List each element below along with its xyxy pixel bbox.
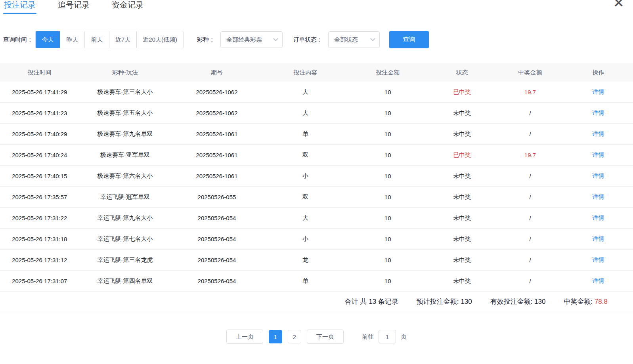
- page-number-2[interactable]: 2: [288, 330, 301, 343]
- detail-link[interactable]: 详情: [563, 151, 633, 159]
- time-option-yesterday[interactable]: 昨天: [60, 31, 85, 48]
- cell-game-type: 幸运飞艇-冠军单双: [79, 193, 171, 201]
- table-row: 2025-05-26 17:40:15极速赛车-第六名大小20250526-10…: [0, 166, 633, 187]
- summary-valid-amount: 有效投注金额: 130: [490, 297, 546, 306]
- table-row: 2025-05-26 17:35:57幸运飞艇-冠军单双20250526-055…: [0, 187, 633, 208]
- cell-prize: /: [497, 215, 564, 221]
- detail-link[interactable]: 详情: [563, 235, 633, 243]
- cell-period: 20250526-1061: [171, 131, 263, 137]
- cell-bet-time: 2025-05-26 17:35:57: [0, 194, 79, 200]
- cell-game-type: 幸运飞艇-第七名大小: [79, 235, 171, 243]
- goto-page-input[interactable]: [379, 330, 396, 343]
- header-bet-amount: 投注金额: [348, 69, 427, 76]
- cell-bet-amount: 10: [348, 236, 427, 242]
- tab-bar: 投注记录 追号记录 资金记录 ✕: [0, 0, 633, 14]
- page-unit-label: 页: [401, 333, 407, 341]
- cell-period: 20250526-1061: [171, 152, 263, 158]
- cell-game-type: 极速赛车-第六名大小: [79, 172, 171, 180]
- detail-link[interactable]: 详情: [563, 172, 633, 180]
- cell-bet-amount: 10: [348, 89, 427, 95]
- time-filter-label: 查询时间：: [3, 36, 33, 44]
- betting-records-panel: 投注记录 追号记录 资金记录 ✕ 查询时间： 今天 昨天 前天 近7天 近20天…: [0, 0, 633, 364]
- detail-link[interactable]: 详情: [563, 256, 633, 264]
- cell-bet-time: 2025-05-26 17:40:15: [0, 173, 79, 179]
- summary-expected-amount: 预计投注金额: 130: [417, 297, 472, 306]
- cell-status: 未中奖: [427, 256, 497, 264]
- order-status-value: 全部状态: [334, 36, 358, 44]
- header-game-type: 彩种-玩法: [79, 69, 171, 76]
- table-row: 2025-05-26 17:40:29极速赛车-第九名单双20250526-10…: [0, 124, 633, 145]
- cell-prize: 19.7: [497, 152, 564, 158]
- cell-bet-content: 大: [263, 214, 348, 222]
- time-option-day-before[interactable]: 前天: [85, 31, 109, 48]
- cell-period: 20250526-054: [171, 278, 263, 284]
- time-option-last20days[interactable]: 近20天(低频): [137, 31, 183, 48]
- cell-status: 未中奖: [427, 109, 497, 117]
- close-icon[interactable]: ✕: [613, 0, 625, 10]
- cell-bet-content: 单: [263, 130, 348, 138]
- cell-prize: /: [497, 278, 564, 284]
- time-option-today[interactable]: 今天: [36, 31, 60, 48]
- tab-bet-records[interactable]: 投注记录: [3, 0, 36, 14]
- cell-game-type: 极速赛车-亚军单双: [79, 151, 171, 159]
- cell-status: 未中奖: [427, 172, 497, 180]
- cell-bet-content: 双: [263, 193, 348, 201]
- table-row: 2025-05-26 17:31:22幸运飞艇-第九名大小20250526-05…: [0, 208, 633, 229]
- cell-bet-content: 龙: [263, 256, 348, 264]
- detail-link[interactable]: 详情: [563, 193, 633, 201]
- cell-bet-time: 2025-05-26 17:31:07: [0, 278, 79, 284]
- cell-bet-amount: 10: [348, 110, 427, 116]
- cell-status: 未中奖: [427, 214, 497, 222]
- chevron-down-icon: [273, 36, 278, 41]
- cell-bet-amount: 10: [348, 152, 427, 158]
- order-status-label: 订单状态：: [293, 36, 323, 44]
- tab-fund-records[interactable]: 资金记录: [111, 0, 144, 14]
- cell-status: 未中奖: [427, 235, 497, 243]
- tab-chase-records[interactable]: 追号记录: [57, 0, 90, 14]
- next-page-button[interactable]: 下一页: [307, 330, 344, 344]
- cell-prize: /: [497, 257, 564, 263]
- order-status-select[interactable]: 全部状态: [328, 31, 380, 48]
- cell-prize: /: [497, 236, 564, 242]
- header-action: 操作: [563, 69, 633, 76]
- summary-prize-value: 78.8: [595, 298, 608, 305]
- detail-link[interactable]: 详情: [563, 88, 633, 96]
- cell-status: 未中奖: [427, 193, 497, 201]
- summary-total-records: 合计 共 13 条记录: [345, 297, 398, 306]
- summary-prize-label: 中奖金额:: [564, 298, 594, 305]
- prev-page-button[interactable]: 上一页: [226, 330, 263, 344]
- cell-prize: /: [497, 131, 564, 137]
- cell-bet-time: 2025-05-26 17:41:23: [0, 110, 79, 116]
- lottery-select[interactable]: 全部经典彩票: [220, 31, 283, 48]
- cell-prize: 19.7: [497, 89, 564, 95]
- cell-prize: /: [497, 110, 564, 116]
- cell-bet-amount: 10: [348, 257, 427, 263]
- records-table: 投注时间 彩种-玩法 期号 投注内容 投注金额 状态 中奖金额 操作 2025-…: [0, 63, 633, 292]
- header-bet-content: 投注内容: [263, 69, 348, 76]
- cell-bet-amount: 10: [348, 131, 427, 137]
- time-range-group: 今天 昨天 前天 近7天 近20天(低频): [35, 31, 184, 48]
- cell-bet-time: 2025-05-26 17:31:12: [0, 257, 79, 263]
- detail-link[interactable]: 详情: [563, 277, 633, 285]
- cell-game-type: 幸运飞艇-第四名单双: [79, 277, 171, 285]
- cell-prize: /: [497, 173, 564, 179]
- cell-game-type: 极速赛车-第九名单双: [79, 130, 171, 138]
- table-header-row: 投注时间 彩种-玩法 期号 投注内容 投注金额 状态 中奖金额 操作: [0, 63, 633, 82]
- detail-link[interactable]: 详情: [563, 130, 633, 138]
- cell-bet-time: 2025-05-26 17:41:29: [0, 89, 79, 95]
- detail-link[interactable]: 详情: [563, 109, 633, 117]
- goto-page-group: 前往 页: [362, 330, 407, 343]
- cell-game-type: 极速赛车-第三名大小: [79, 88, 171, 96]
- header-status: 状态: [427, 69, 497, 76]
- cell-period: 20250526-054: [171, 215, 263, 221]
- cell-status: 未中奖: [427, 130, 497, 138]
- detail-link[interactable]: 详情: [563, 214, 633, 222]
- page-number-1[interactable]: 1: [269, 330, 282, 343]
- table-row: 2025-05-26 17:41:23极速赛车-第五名大小20250526-10…: [0, 103, 633, 124]
- cell-game-type: 幸运飞艇-第三名龙虎: [79, 256, 171, 264]
- cell-bet-content: 双: [263, 151, 348, 159]
- header-prize: 中奖金额: [497, 69, 564, 76]
- cell-game-type: 幸运飞艇-第九名大小: [79, 214, 171, 222]
- time-option-last7days[interactable]: 近7天: [109, 31, 137, 48]
- query-button[interactable]: 查询: [389, 31, 429, 48]
